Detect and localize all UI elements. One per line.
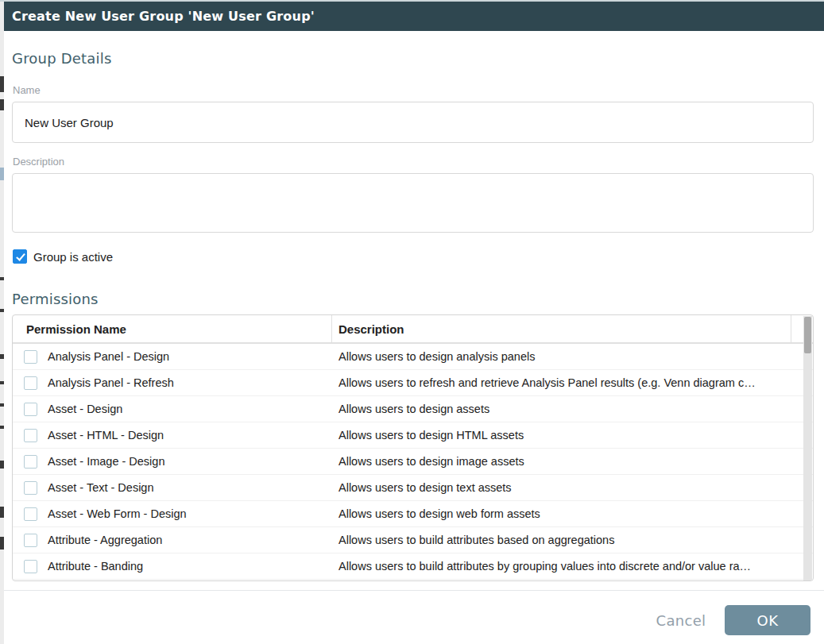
permission-row[interactable]: Analysis Panel - Design Allows users to … [13, 344, 813, 370]
permission-description: Allows users to build attributes by grou… [332, 560, 813, 573]
permission-description: Allows users to design web form assets [332, 507, 813, 520]
permission-name-cell: Asset - Design [13, 403, 332, 416]
permission-name: Asset - Text - Design [48, 481, 154, 494]
permissions-table-body: Analysis Panel - Design Allows users to … [13, 344, 813, 580]
description-input[interactable] [12, 173, 814, 233]
create-user-group-dialog: Create New User Group 'New User Group' G… [4, 2, 824, 644]
permission-checkbox[interactable] [24, 534, 37, 547]
permission-description: Allows users to build attributes based o… [332, 534, 813, 546]
permission-row[interactable]: Attribute - Aggregation Allows users to … [13, 527, 813, 553]
group-details-heading: Group Details [12, 50, 112, 67]
permission-row[interactable]: Analysis Panel - Refresh Allows users to… [13, 370, 813, 396]
permission-row[interactable]: Asset - Text - Design Allows users to de… [13, 475, 813, 501]
permissions-table-header: Permission Name Description [13, 315, 813, 344]
permission-name-cell: Attribute - Banding [13, 560, 332, 573]
permission-checkbox[interactable] [24, 429, 37, 442]
permission-checkbox[interactable] [24, 376, 37, 390]
permission-name-cell: Asset - Web Form - Design [13, 507, 332, 521]
permission-name-cell: Asset - HTML - Design [13, 429, 332, 442]
permission-description: Allows users to refresh and retrieve Ana… [332, 376, 813, 389]
permission-name-cell: Asset - Text - Design [13, 481, 332, 495]
description-label: Description [13, 156, 64, 168]
group-active-label: Group is active [33, 250, 113, 264]
permission-description: Allows users to design analysis panels [332, 350, 813, 363]
permission-row[interactable]: Asset - Web Form - Design Allows users t… [13, 501, 813, 527]
permission-description: Allows users to design text assets [332, 481, 813, 494]
cancel-button[interactable]: Cancel [653, 605, 709, 635]
permission-name: Attribute - Banding [48, 560, 143, 573]
permission-row[interactable]: Asset - Design Allows users to design as… [13, 396, 813, 422]
permission-name: Attribute - Aggregation [48, 534, 162, 546]
permission-name: Analysis Panel - Refresh [48, 376, 174, 389]
permission-name: Asset - HTML - Design [48, 429, 164, 442]
permission-name-cell: Analysis Panel - Design [13, 350, 332, 364]
permission-name-cell: Asset - Image - Design [13, 455, 332, 469]
permission-row[interactable]: Attribute - Banding Allows users to buil… [13, 553, 813, 580]
permission-row[interactable]: Asset - Image - Design Allows users to d… [13, 449, 813, 475]
name-label: Name [13, 84, 41, 96]
permissions-table: Permission Name Description Analysis Pan… [12, 314, 814, 581]
permission-description: Allows users to design HTML assets [332, 429, 813, 442]
permission-checkbox[interactable] [24, 403, 37, 416]
permission-name: Analysis Panel - Design [48, 350, 169, 363]
table-scrollbar-track[interactable] [803, 316, 812, 581]
permission-name: Asset - Design [48, 403, 122, 415]
dialog-title-bar: Create New User Group 'New User Group' [4, 2, 824, 31]
permission-name-cell: Attribute - Aggregation [13, 534, 332, 547]
permission-name: Asset - Image - Design [48, 455, 164, 468]
permission-checkbox[interactable] [24, 481, 37, 495]
group-active-checkbox[interactable] [13, 249, 27, 264]
ok-button[interactable]: OK [725, 605, 810, 635]
column-header-permission-name: Permission Name [13, 315, 332, 342]
group-active-row: Group is active [13, 249, 113, 264]
permissions-heading: Permissions [12, 291, 99, 307]
name-input[interactable] [12, 102, 814, 143]
permission-name: Asset - Web Form - Design [48, 507, 187, 520]
permission-checkbox[interactable] [24, 350, 37, 364]
permission-description: Allows users to design image assets [332, 455, 813, 468]
permission-checkbox[interactable] [24, 507, 37, 521]
permission-description: Allows users to design assets [332, 403, 813, 415]
column-header-description: Description [332, 315, 791, 342]
permission-checkbox[interactable] [24, 560, 37, 573]
permission-name-cell: Analysis Panel - Refresh [13, 376, 332, 390]
permission-row[interactable]: Asset - HTML - Design Allows users to de… [13, 422, 813, 449]
table-scrollbar-thumb[interactable] [804, 317, 811, 353]
dialog-title: Create New User Group 'New User Group' [12, 9, 315, 24]
footer-divider [4, 590, 824, 591]
permission-checkbox[interactable] [24, 455, 37, 469]
